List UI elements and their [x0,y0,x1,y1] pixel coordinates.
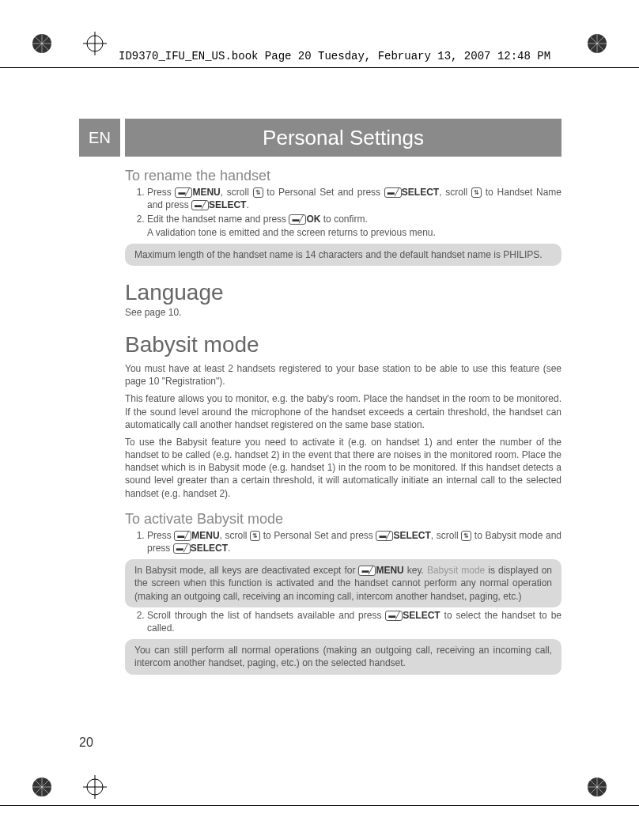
softkey-icon: ▬╱ [191,200,209,210]
list-item: Scroll through the list of handsets avai… [147,609,561,634]
language-tab: EN [79,119,120,157]
trim-line-bottom [0,805,639,806]
color-rosette-icon [587,33,607,54]
paragraph: You must have at least 2 handsets regist… [125,362,561,388]
softkey-icon: ▬╱ [358,566,376,576]
activate-steps-2: Scroll through the list of handsets avai… [125,609,561,634]
note-box: In Babysit mode, all keys are deactivate… [125,559,561,607]
trim-line-top [0,67,639,68]
softkey-icon: ▬╱ [385,611,403,621]
softkey-icon: ▬╱ [376,531,393,541]
heading-activate-babysit: To activate Babysit mode [125,511,561,528]
paragraph: This feature allows you to monitor, e.g.… [125,392,561,431]
page-content: EN Personal Settings To rename the hands… [79,119,561,675]
scroll-icon: ⇅ [461,531,471,541]
scroll-icon: ⇅ [250,531,260,541]
framemaker-header: ID9370_IFU_EN_US.book Page 20 Tuesday, F… [119,50,550,62]
note-box: You can still perform all normal operati… [125,639,561,674]
list-item: Edit the handset name and press ▬╱OK to … [147,213,561,238]
color-rosette-icon [587,777,607,797]
color-rosette-icon [32,777,52,797]
rename-steps: Press ▬╱MENU, scroll ⇅ to Personal Set a… [125,186,561,239]
scroll-icon: ⇅ [253,187,263,198]
paragraph: To use the Babysit feature you need to a… [125,436,561,500]
page-title: Personal Settings [125,119,561,157]
scroll-icon: ⇅ [471,187,482,198]
list-item: Press ▬╱MENU, scroll ⇅ to Personal Set a… [147,186,561,211]
color-rosette-icon [32,33,52,54]
activate-steps: Press ▬╱MENU, scroll ⇅ to Personal Set a… [125,529,561,554]
heading-rename: To rename the handset [125,168,561,184]
softkey-icon: ▬╱ [384,187,402,198]
softkey-icon: ▬╱ [289,214,306,225]
language-subtext: See page 10. [125,307,561,318]
heading-babysit: Babysit mode [125,332,561,358]
softkey-icon: ▬╱ [174,531,191,541]
page-number: 20 [79,736,93,750]
heading-language: Language [125,280,561,305]
list-item: Press ▬╱MENU, scroll ⇅ to Personal Set a… [147,529,561,554]
softkey-icon: ▬╱ [173,543,191,554]
crop-mark-icon [83,32,107,55]
softkey-icon: ▬╱ [175,187,192,198]
note-box: Maximum length of the handset name is 14… [125,244,561,266]
crop-mark-icon [83,775,107,799]
